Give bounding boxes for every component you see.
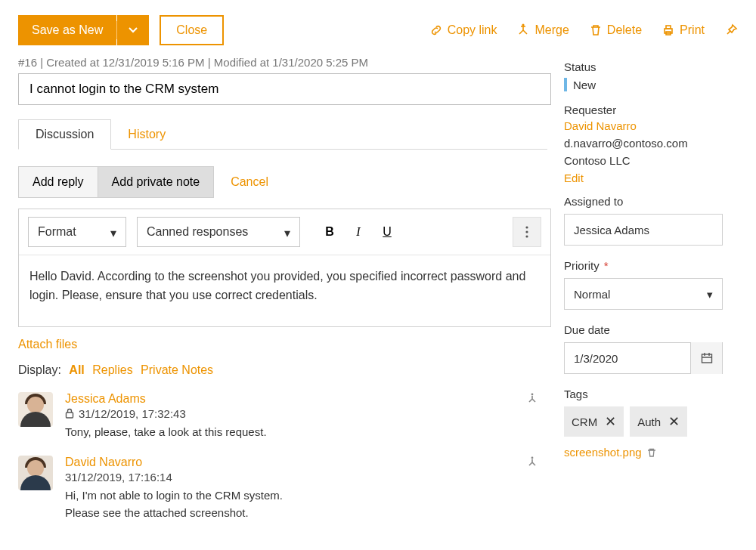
timeline-split-action[interactable]	[526, 456, 547, 522]
tag-text: CRM	[572, 416, 597, 428]
filter-all[interactable]: All	[69, 363, 84, 376]
attachment-delete-button[interactable]	[646, 447, 657, 458]
editor-toolbar: Format ▾ Canned responses ▾ B I U	[19, 209, 550, 255]
assigned-to-label: Assigned to	[564, 195, 738, 208]
required-indicator: *	[604, 259, 609, 272]
tag-remove-button[interactable]: ✕	[605, 413, 616, 430]
priority-label: Priority*	[564, 259, 738, 272]
priority-select[interactable]: Normal ▾	[564, 278, 723, 310]
timeline-item: Jessica Adams 31/12/2019, 17:32:43 Tony,…	[18, 392, 547, 440]
pin-icon	[724, 23, 738, 37]
editor-textarea[interactable]: Hello David. According to the screenshot…	[19, 255, 550, 326]
delete-button[interactable]: Delete	[589, 23, 642, 37]
timeline-text: Tony, please, take a look at this reques…	[65, 423, 526, 440]
caret-down-icon: ▾	[707, 288, 713, 301]
timeline-date: 31/12/2019, 17:32:43	[79, 407, 186, 420]
reply-mode-row: Add reply Add private note Cancel	[18, 166, 547, 198]
add-reply-button[interactable]: Add reply	[18, 166, 98, 198]
status-value[interactable]: New	[564, 78, 738, 91]
priority-value: Normal	[574, 288, 610, 301]
save-dropdown-button[interactable]	[117, 15, 149, 45]
svg-point-9	[531, 456, 534, 459]
requester-label: Requester	[564, 104, 738, 116]
assigned-to-input[interactable]: Jessica Adams	[564, 214, 723, 246]
status-color-marker	[564, 78, 567, 91]
kebab-icon	[525, 226, 528, 238]
merge-icon	[516, 23, 530, 37]
calendar-button[interactable]	[690, 342, 722, 374]
save-as-new-button[interactable]: Save as New	[18, 15, 116, 45]
sidebar: Status New Requester David Navarro d.nav…	[564, 56, 738, 521]
edit-requester-link[interactable]: Edit	[564, 171, 584, 184]
save-split-button: Save as New	[18, 15, 149, 45]
caret-down-icon: ▾	[110, 226, 116, 240]
split-icon	[526, 392, 547, 404]
merge-label: Merge	[534, 23, 569, 37]
avatar	[18, 392, 53, 427]
tab-discussion[interactable]: Discussion	[18, 119, 111, 150]
due-date-label: Due date	[564, 323, 738, 336]
calendar-icon	[700, 351, 714, 365]
svg-rect-10	[702, 354, 711, 363]
print-label: Print	[680, 23, 705, 37]
merge-button[interactable]: Merge	[516, 23, 569, 37]
format-dropdown[interactable]: Format ▾	[28, 217, 126, 247]
link-icon	[429, 23, 443, 37]
close-button[interactable]: Close	[160, 15, 224, 45]
tag-remove-button[interactable]: ✕	[668, 413, 680, 430]
toolbar: Save as New Close Copy link Merge	[18, 15, 738, 45]
format-dropdown-label: Format	[38, 225, 76, 239]
rich-text-editor: Format ▾ Canned responses ▾ B I U	[18, 209, 551, 327]
canned-responses-dropdown[interactable]: Canned responses ▾	[137, 217, 300, 247]
tab-history[interactable]: History	[111, 120, 182, 149]
bold-button[interactable]: B	[315, 217, 344, 247]
tag-chip: Auth ✕	[630, 406, 687, 437]
svg-point-5	[525, 230, 528, 233]
ticket-meta: #16 | Created at 12/31/2019 5:16 PM | Mo…	[18, 56, 547, 69]
add-private-note-button[interactable]: Add private note	[98, 166, 215, 198]
assigned-to-value: Jessica Adams	[574, 224, 649, 236]
copy-link-button[interactable]: Copy link	[429, 23, 497, 37]
underline-button[interactable]: U	[373, 217, 401, 247]
avatar	[18, 456, 53, 490]
priority-label-text: Priority	[564, 259, 600, 272]
filter-private-notes[interactable]: Private Notes	[141, 363, 213, 376]
filter-replies[interactable]: Replies	[92, 363, 132, 376]
attachment-link[interactable]: screenshot.png	[564, 446, 642, 459]
svg-point-4	[525, 226, 528, 228]
trash-icon	[589, 23, 603, 37]
lock-icon	[65, 408, 74, 419]
tags-row: CRM ✕ Auth ✕	[564, 406, 738, 437]
print-button[interactable]: Print	[662, 23, 705, 37]
delete-label: Delete	[607, 23, 642, 37]
timeline-split-action[interactable]	[526, 392, 547, 440]
requester-email: d.navarro@contoso.com	[564, 137, 738, 150]
print-icon	[662, 23, 675, 37]
display-filter: Display: All Replies Private Notes	[18, 363, 547, 377]
tag-text: Auth	[637, 416, 661, 428]
status-text: New	[573, 79, 596, 91]
trash-icon	[646, 447, 657, 458]
svg-rect-2	[666, 26, 671, 29]
ticket-title-input[interactable]	[18, 73, 551, 105]
timeline-date: 31/12/2019, 17:16:14	[65, 471, 172, 484]
cancel-reply-link[interactable]: Cancel	[231, 175, 268, 189]
chevron-down-icon	[128, 25, 138, 36]
requester-company: Contoso LLC	[564, 154, 738, 167]
pin-button[interactable]	[724, 23, 738, 37]
editor-more-button[interactable]	[513, 217, 541, 247]
svg-rect-7	[67, 412, 73, 418]
caret-down-icon: ▾	[284, 226, 290, 240]
svg-point-0	[522, 23, 525, 26]
due-date-value: 1/3/2020	[565, 352, 690, 365]
canned-responses-label: Canned responses	[147, 225, 248, 239]
split-icon	[526, 456, 547, 468]
italic-button[interactable]: I	[344, 217, 373, 247]
status-label: Status	[564, 60, 738, 73]
tag-chip: CRM ✕	[564, 406, 624, 437]
timeline-author[interactable]: Jessica Adams	[65, 392, 526, 406]
timeline-author[interactable]: David Navarro	[65, 456, 526, 469]
requester-name-link[interactable]: David Navarro	[564, 119, 738, 132]
due-date-field[interactable]: 1/3/2020	[564, 342, 723, 374]
attach-files-link[interactable]: Attach files	[18, 338, 77, 351]
